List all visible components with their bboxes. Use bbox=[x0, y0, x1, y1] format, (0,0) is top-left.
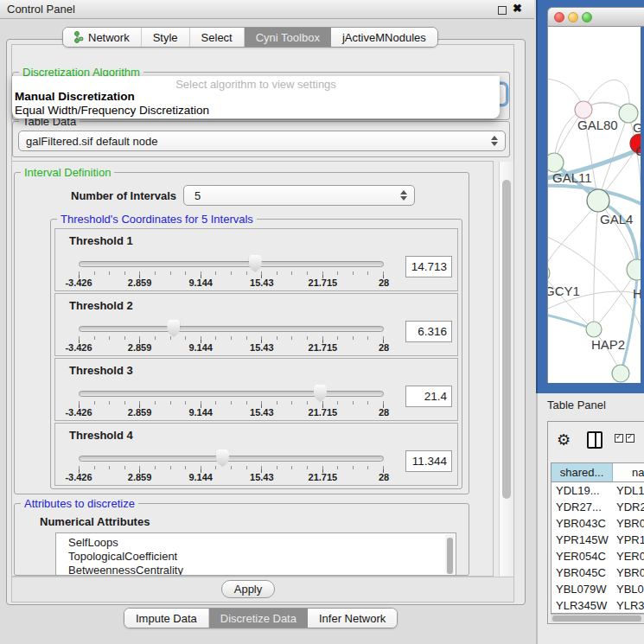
cell-name[interactable]: YLR3 bbox=[616, 597, 644, 614]
close-icon[interactable]: ✖ bbox=[513, 2, 522, 15]
threshold-slider[interactable]: -3.4262.8599.14415.4321.71528 bbox=[79, 254, 384, 289]
threshold-value-field[interactable]: 14.713 bbox=[405, 256, 452, 277]
list-scrollbar[interactable] bbox=[445, 534, 455, 574]
table-row[interactable]: YER054CYER0 bbox=[552, 548, 644, 564]
network-edge[interactable] bbox=[548, 201, 598, 273]
scrollbar-thumb[interactable] bbox=[502, 180, 511, 499]
tab-discretize-data[interactable]: Discretize Data bbox=[209, 609, 308, 628]
axis-tick-label: 9.144 bbox=[188, 472, 213, 482]
table-row[interactable]: YBR043CYBR0 bbox=[552, 515, 644, 532]
tab-select[interactable]: Select bbox=[190, 28, 245, 47]
slider-handle[interactable] bbox=[249, 255, 262, 272]
cell-shared-name[interactable]: YDR27... bbox=[556, 499, 602, 515]
tab-network[interactable]: Network bbox=[63, 28, 142, 47]
cell-shared-name[interactable]: YLR345W bbox=[556, 597, 607, 614]
column-header-name[interactable]: na bbox=[613, 463, 644, 482]
cell-name[interactable]: YER0 bbox=[616, 548, 644, 564]
cell-shared-name[interactable]: YER054C bbox=[556, 548, 606, 564]
cell-shared-name[interactable]: YBL079W bbox=[556, 581, 607, 597]
checkbox-icon[interactable] bbox=[615, 434, 623, 443]
column-header-shared-name[interactable]: shared... bbox=[552, 463, 613, 482]
network-canvas[interactable]: GAL80GACGAL11GAL4GCY1HHAP2 bbox=[547, 27, 641, 383]
minimize-traffic-light[interactable] bbox=[568, 12, 578, 22]
network-node[interactable] bbox=[612, 365, 629, 382]
tab-style[interactable]: Style bbox=[142, 28, 190, 47]
slider-handle[interactable] bbox=[314, 385, 327, 402]
checkbox-icon[interactable] bbox=[626, 434, 634, 443]
network-edge-thick[interactable] bbox=[598, 201, 637, 270]
slider-track[interactable] bbox=[79, 261, 384, 267]
panel-title: Control Panel bbox=[7, 3, 75, 16]
gear-icon[interactable]: ⚙ bbox=[557, 430, 571, 450]
cell-shared-name[interactable]: YDL19... bbox=[556, 482, 600, 499]
table-hscrollbar[interactable] bbox=[551, 614, 644, 622]
num-intervals-combobox[interactable]: 5 bbox=[183, 185, 415, 206]
threshold-slider[interactable]: -3.4262.8599.14415.4321.71528 bbox=[79, 319, 384, 354]
network-node[interactable] bbox=[586, 322, 602, 337]
threshold-label: Threshold 4 bbox=[69, 429, 133, 442]
table-hscrollbar-thumb[interactable] bbox=[552, 615, 641, 622]
float-window-icon[interactable] bbox=[498, 6, 507, 15]
cell-shared-name[interactable]: YBR043C bbox=[556, 515, 606, 532]
network-edge[interactable] bbox=[594, 201, 598, 329]
tab-network-label: Network bbox=[88, 31, 130, 44]
threshold-value-field[interactable]: 6.316 bbox=[405, 321, 452, 342]
axis-tick-label: -3.426 bbox=[65, 472, 92, 482]
threshold-value-field[interactable]: 11.344 bbox=[405, 450, 452, 472]
network-node[interactable] bbox=[575, 101, 592, 118]
cell-name[interactable]: YBR0 bbox=[616, 564, 644, 581]
numerical-attributes-list[interactable]: SelfLoopsTopologicalCoefficientBetweenne… bbox=[55, 532, 456, 576]
axis-tick-label: 15.43 bbox=[250, 277, 274, 288]
slider-track[interactable] bbox=[79, 326, 384, 332]
table-row[interactable]: YLR345WYLR3 bbox=[552, 597, 644, 614]
tab-cyni-toolbox[interactable]: Cyni Toolbox bbox=[245, 28, 331, 47]
axis-tick-label: 15.43 bbox=[250, 342, 274, 353]
threshold-value-field[interactable]: 21.4 bbox=[405, 386, 452, 407]
axis-tick-label: 28 bbox=[379, 407, 389, 418]
cell-name[interactable]: YBR0 bbox=[616, 515, 644, 532]
cell-name[interactable]: YDL1 bbox=[616, 482, 644, 499]
popup-item-manual[interactable]: Manual Discretization bbox=[12, 90, 500, 104]
network-node[interactable] bbox=[548, 153, 564, 172]
tab-jactivemnodules[interactable]: jActiveMNodules bbox=[331, 28, 437, 47]
slider-track[interactable] bbox=[79, 391, 384, 397]
table-data-combobox[interactable]: galFiltered.sif default node bbox=[18, 131, 506, 151]
tab-infer-network[interactable]: Infer Network bbox=[308, 609, 397, 628]
table-row[interactable]: YDR27...YDR2 bbox=[552, 499, 644, 515]
tab-impute-data[interactable]: Impute Data bbox=[124, 609, 209, 628]
threshold-slider[interactable]: -3.4262.8599.14415.4321.71528 bbox=[79, 384, 384, 418]
attribute-list-item[interactable]: BetweennessCentrality bbox=[56, 564, 456, 576]
table-row[interactable]: YDL19...YDL1 bbox=[552, 482, 644, 499]
network-edge-thick[interactable] bbox=[621, 270, 637, 373]
network-node[interactable] bbox=[548, 265, 550, 282]
attribute-list-item[interactable]: TopologicalCoefficient bbox=[56, 550, 456, 564]
zoom-traffic-light[interactable] bbox=[582, 12, 592, 22]
settings-scrollbar[interactable] bbox=[499, 162, 513, 576]
threshold-panel: Threshold 3 -3.4262.8599.14415.4321.7152… bbox=[54, 358, 458, 421]
slider-handle[interactable] bbox=[216, 450, 229, 467]
cell-shared-name[interactable]: YBR045C bbox=[556, 564, 606, 581]
cell-name[interactable]: YPR1 bbox=[616, 532, 644, 548]
apply-button[interactable]: Apply bbox=[221, 580, 275, 598]
threshold-label: Threshold 3 bbox=[69, 364, 133, 377]
network-edge[interactable] bbox=[594, 270, 637, 329]
cell-name[interactable]: YDR2 bbox=[616, 499, 644, 515]
network-window-titlebar[interactable] bbox=[547, 7, 644, 27]
split-column-icon[interactable] bbox=[587, 431, 603, 449]
threshold-slider[interactable]: -3.4262.8599.14415.4321.71528 bbox=[79, 449, 384, 483]
popup-item-equal-width[interactable]: Equal Width/Frequency Discretization bbox=[12, 104, 500, 118]
table-row[interactable]: YPR145WYPR1 bbox=[552, 532, 644, 548]
num-intervals-label: Number of Intervals bbox=[71, 189, 176, 202]
network-node[interactable] bbox=[587, 189, 609, 212]
close-traffic-light[interactable] bbox=[554, 12, 564, 22]
attribute-list-item[interactable]: SelfLoops bbox=[56, 536, 456, 550]
table-row[interactable]: YBR045CYBR0 bbox=[552, 564, 644, 581]
network-node[interactable] bbox=[627, 259, 641, 280]
slider-track[interactable] bbox=[79, 456, 384, 462]
cell-name[interactable]: YBL0 bbox=[616, 581, 644, 597]
cell-shared-name[interactable]: YPR145W bbox=[556, 532, 609, 548]
list-scrollbar-thumb[interactable] bbox=[447, 538, 453, 574]
slider-handle[interactable] bbox=[167, 320, 180, 337]
node-label: GCY1 bbox=[548, 284, 580, 298]
table-row[interactable]: YBL079WYBL0 bbox=[552, 581, 644, 597]
